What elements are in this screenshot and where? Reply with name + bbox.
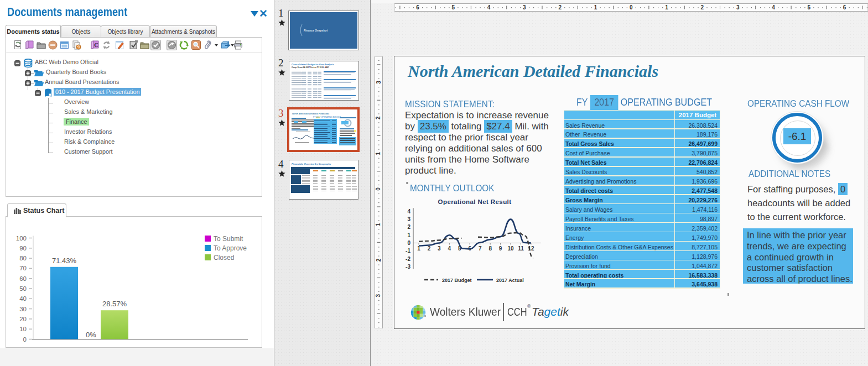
svg-text:50: 50 (19, 285, 27, 292)
svg-text:2: 2 (428, 245, 431, 252)
svg-text:30: 30 (19, 306, 27, 312)
svg-text:4: 4 (487, 4, 491, 11)
svg-text:5: 5 (452, 4, 455, 11)
svg-text:2017 Actual: 2017 Actual (496, 278, 524, 283)
svg-text:60: 60 (19, 275, 27, 282)
svg-text:28.57%: 28.57% (102, 300, 127, 308)
svg-text:-2: -2 (406, 256, 410, 262)
svg-text:10: 10 (19, 326, 27, 332)
svg-text:3: 3 (407, 216, 410, 222)
svg-text:4: 4 (772, 4, 775, 11)
svg-text:4: 4 (407, 208, 410, 215)
svg-text:C: C (94, 41, 98, 48)
svg-text:2: 2 (407, 224, 410, 230)
svg-text:90: 90 (19, 245, 27, 252)
svg-text:0: 0 (630, 4, 633, 11)
svg-text:9: 9 (499, 245, 502, 252)
svg-text:80: 80 (19, 255, 27, 262)
svg-text:4: 4 (448, 245, 451, 252)
svg-text:Closed: Closed (214, 254, 234, 262)
svg-text:3: 3 (376, 294, 382, 297)
svg-text:2: 2 (701, 4, 704, 11)
svg-text:5: 5 (808, 4, 811, 11)
svg-text:-3: -3 (406, 264, 410, 270)
svg-text:1: 1 (407, 232, 410, 238)
svg-text:2: 2 (558, 4, 562, 11)
svg-text:2017 Budget: 2017 Budget (442, 278, 472, 283)
svg-text:2: 2 (376, 116, 382, 119)
svg-text:-1: -1 (406, 248, 410, 254)
svg-text:40: 40 (19, 295, 27, 302)
svg-text:1: 1 (376, 151, 382, 155)
svg-text:To Submit: To Submit (214, 235, 243, 243)
svg-text:6: 6 (843, 4, 846, 11)
svg-text:1: 1 (594, 4, 597, 11)
svg-text:70: 70 (19, 265, 27, 271)
svg-text:3: 3 (523, 4, 526, 11)
svg-text:3: 3 (376, 81, 382, 84)
svg-text:3: 3 (438, 245, 441, 252)
svg-text:71.43%: 71.43% (52, 257, 77, 265)
svg-text:To Approve: To Approve (214, 244, 247, 252)
svg-text:11: 11 (518, 245, 524, 252)
svg-text:3: 3 (736, 4, 740, 11)
svg-text:1: 1 (376, 223, 382, 226)
svg-text:2: 2 (376, 258, 382, 262)
svg-text:6: 6 (416, 4, 419, 11)
svg-text:0: 0 (376, 187, 382, 191)
svg-text:0: 0 (407, 240, 410, 246)
svg-text:8: 8 (488, 245, 492, 252)
svg-text:7: 7 (479, 245, 482, 252)
svg-text:20: 20 (19, 316, 27, 322)
svg-text:10: 10 (507, 245, 514, 252)
svg-text:0: 0 (23, 336, 27, 343)
svg-text:Operational Net Result: Operational Net Result (438, 198, 512, 205)
svg-text:0%: 0% (86, 331, 96, 339)
svg-text:1: 1 (665, 4, 668, 11)
svg-text:100: 100 (16, 235, 27, 242)
